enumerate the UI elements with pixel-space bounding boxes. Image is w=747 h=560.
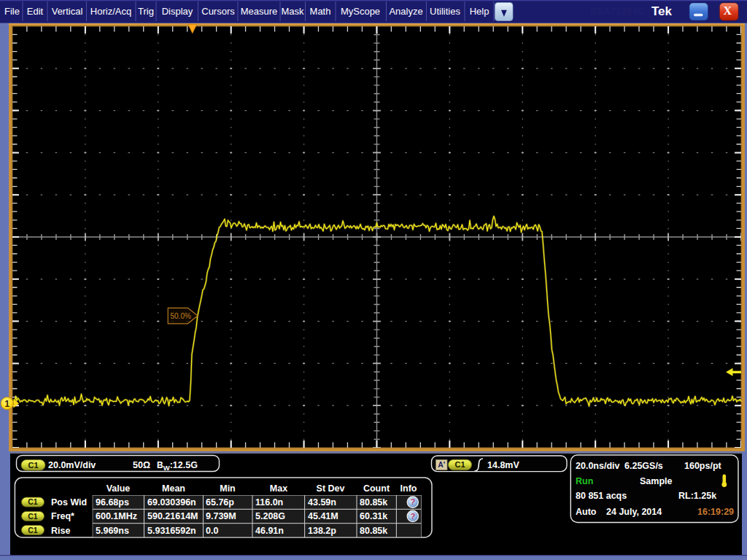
svg-text:A': A' xyxy=(438,460,445,469)
svg-text:C1: C1 xyxy=(28,526,38,534)
svg-text:C1: C1 xyxy=(28,497,38,506)
svg-text:?: ? xyxy=(410,497,415,506)
svg-text:C1: C1 xyxy=(28,512,38,521)
svg-text:C1: C1 xyxy=(454,460,465,469)
svg-text:1: 1 xyxy=(4,399,9,409)
svg-text:?: ? xyxy=(410,512,415,521)
svg-text:50.0%: 50.0% xyxy=(171,312,191,320)
svg-text:C1: C1 xyxy=(28,461,38,470)
